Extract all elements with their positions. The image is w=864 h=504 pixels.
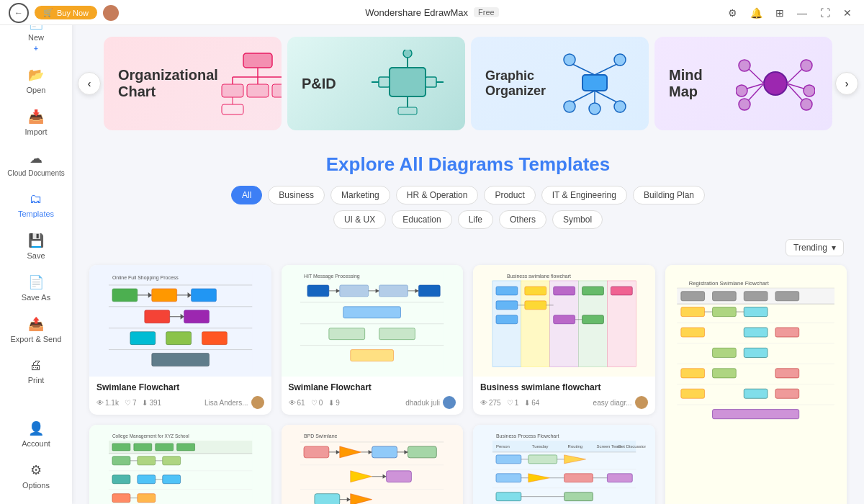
sidebar: 📄 New + 📂 Open 📥 Import ☁ Cloud Document… [0, 0, 72, 504]
grid-icon[interactable]: ⊞ [772, 6, 788, 20]
template-card-stats-1: 👁 1.1k ♡ 7 ⬇ 391 [96, 399, 161, 407]
svg-rect-98 [524, 301, 546, 310]
svg-rect-6 [222, 84, 243, 97]
likes-stat-1: ♡ 7 [125, 399, 137, 407]
sidebar-item-options[interactable]: ⚙ Options [0, 455, 72, 497]
filter-others[interactable]: Others [499, 210, 546, 229]
svg-rect-7 [247, 84, 269, 97]
filter-education[interactable]: Education [392, 210, 451, 229]
template-card-meta-2: 👁 61 ♡ 0 ⬇ 9 dhaduk juli [289, 396, 456, 409]
filter-hr[interactable]: HR & Operation [396, 186, 479, 204]
filter-product[interactable]: Product [484, 186, 535, 204]
swimlane-diagram-6: BPD Swimlane [290, 431, 454, 504]
downloads-stat-2: ⬇ 9 [328, 399, 340, 407]
sidebar-item-templates[interactable]: 🗂 Templates [0, 184, 72, 225]
sidebar-item-save-as[interactable]: 📄 Save As [0, 267, 72, 309]
hero-card-mindmap[interactable]: Mind Map [654, 37, 832, 130]
hero-card-org[interactable]: Organizational Chart [104, 37, 282, 130]
filter-it[interactable]: IT & Engineering [541, 186, 627, 204]
minimize-button[interactable]: — [793, 6, 811, 20]
svg-rect-58 [184, 310, 209, 323]
template-card-4[interactable]: Registration Swimlane Flowchart [665, 265, 847, 504]
pid-image [364, 48, 451, 120]
template-card-1[interactable]: Online Full Shopping Process [89, 265, 271, 415]
filter-building[interactable]: Building Plan [633, 186, 705, 204]
svg-rect-8 [272, 84, 282, 97]
sidebar-item-export[interactable]: 📤 Export & Send [0, 309, 72, 351]
sidebar-item-save[interactable]: 💾 Save [0, 225, 72, 267]
filter-marketing[interactable]: Marketing [330, 186, 390, 204]
svg-rect-109 [713, 292, 737, 301]
back-button[interactable]: ← [9, 3, 29, 23]
mindmap-title: Mind Map [669, 67, 734, 100]
svg-text:Registration Swimlane Flowchar: Registration Swimlane Flowchart [689, 280, 770, 287]
maximize-button[interactable]: ⛶ [816, 6, 834, 20]
avatar[interactable] [103, 5, 119, 21]
svg-line-32 [747, 68, 764, 84]
views-stat-2: 👁 61 [289, 399, 305, 407]
sort-select[interactable]: Trending ▾ [786, 239, 844, 256]
filter-business[interactable]: Business [268, 186, 325, 204]
filter-ui-ux[interactable]: UI & UX [333, 210, 386, 229]
svg-rect-19 [398, 107, 417, 114]
svg-rect-126 [681, 369, 705, 378]
swimlane-diagram-2: HIT Message Processing [290, 271, 454, 372]
svg-rect-207 [496, 492, 521, 500]
notifications-icon[interactable]: 🔔 [747, 6, 766, 20]
sidebar-item-print[interactable]: 🖨 Print [0, 351, 72, 392]
hero-prev-button[interactable]: ‹ [78, 72, 101, 95]
svg-rect-108 [681, 292, 705, 301]
svg-rect-10 [222, 104, 243, 114]
svg-rect-91 [496, 287, 518, 295]
import-icon: 📥 [28, 109, 44, 125]
svg-rect-55 [144, 310, 169, 323]
svg-rect-101 [496, 315, 518, 324]
svg-rect-138 [112, 444, 130, 451]
template-card-stats-2: 👁 61 ♡ 0 ⬇ 9 [289, 399, 340, 407]
svg-rect-131 [744, 389, 768, 398]
template-card-meta-3: 👁 275 ♡ 1 ⬇ 64 easy diagr... [480, 396, 648, 409]
svg-rect-11 [390, 68, 426, 96]
svg-rect-102 [582, 315, 603, 324]
sidebar-bottom: 👤 Account ⚙ Options [0, 413, 72, 497]
sort-row: Trending ▾ [89, 239, 847, 256]
sidebar-item-account[interactable]: 👤 Account [0, 413, 72, 455]
author-avatar-2 [443, 396, 456, 409]
close-button[interactable]: ✕ [840, 6, 855, 20]
svg-point-33 [739, 60, 750, 71]
sidebar-item-open[interactable]: 📂 Open [0, 60, 72, 102]
author-info-3: easy diagr... [593, 396, 648, 409]
svg-rect-0 [243, 53, 272, 68]
template-card-6[interactable]: BPD Swimlane [282, 425, 464, 504]
hero-card-pid[interactable]: P&ID [287, 37, 465, 130]
svg-rect-205 [607, 474, 632, 482]
filter-life[interactable]: Life [458, 210, 493, 229]
svg-text:BPD Swimlane: BPD Swimlane [304, 433, 338, 438]
hero-card-graphic[interactable]: Graphic Organizer [471, 37, 649, 130]
settings-icon[interactable]: ⚙ [724, 6, 741, 20]
template-card-img-6: BPD Swimlane [282, 425, 464, 504]
filter-row-1: All Business Marketing HR & Operation Pr… [89, 186, 847, 204]
swimlane-diagram-1: Online Full Shopping Process [99, 271, 262, 372]
template-card-stats-3: 👁 275 ♡ 1 ⬇ 64 [480, 399, 539, 407]
svg-rect-199 [496, 474, 521, 482]
titlebar-left: ← 🛒 Buy Now [9, 0, 119, 25]
buy-now-button[interactable]: 🛒 Buy Now [35, 6, 97, 19]
filter-all[interactable]: All [231, 186, 262, 204]
sidebar-item-import[interactable]: 📥 Import [0, 102, 72, 143]
sidebar-item-cloud[interactable]: ☁ Cloud Documents [0, 143, 72, 184]
titlebar-title: Wondershare EdrawMax Free [365, 7, 498, 18]
template-card-5[interactable]: College Management for XYZ School [89, 425, 271, 504]
svg-text:Business swimlane flowchart: Business swimlane flowchart [507, 274, 571, 279]
template-card-7[interactable]: Business Process Flowchart Person Tuesda… [473, 425, 655, 504]
svg-text:College Management for XYZ Sch: College Management for XYZ School [112, 433, 189, 439]
filter-symbol[interactable]: Symbol [552, 210, 603, 229]
svg-rect-154 [112, 493, 130, 502]
svg-rect-156 [137, 493, 155, 502]
svg-text:Routing: Routing [567, 444, 582, 449]
template-card-2[interactable]: HIT Message Processing [282, 265, 464, 415]
hero-next-button[interactable]: › [835, 72, 858, 95]
template-card-3[interactable]: Business swimlane flowchart [473, 265, 655, 415]
svg-rect-81 [379, 328, 415, 339]
chevron-down-icon: ▾ [832, 243, 836, 253]
